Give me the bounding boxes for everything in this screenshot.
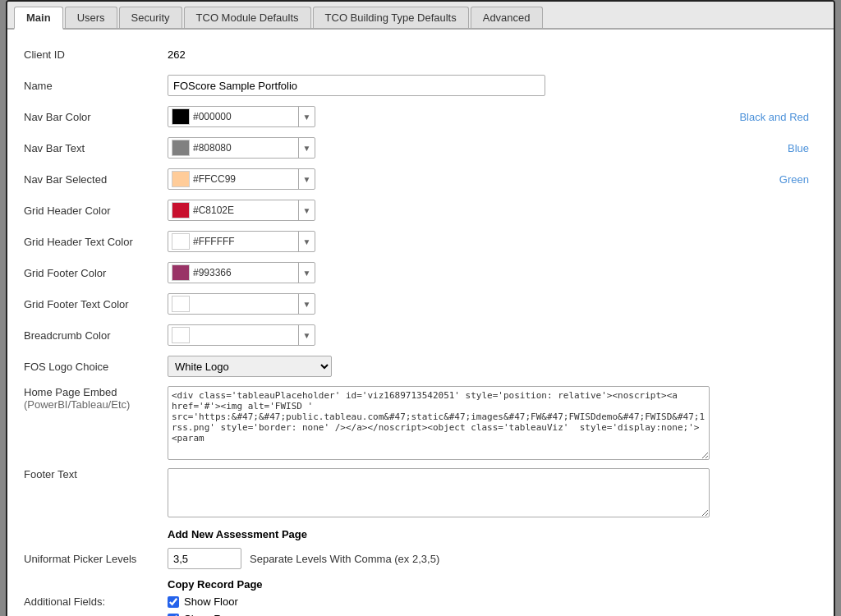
tab-users[interactable]: Users xyxy=(65,7,117,28)
additional-fields-control: Show Floor Show Room Show SqFt xyxy=(168,595,817,616)
uniformat-label: Uniformat Picker Levels xyxy=(24,553,168,565)
grid-footer-color-label: Grid Footer Color xyxy=(24,267,168,279)
nav-bar-text-text: #808080 xyxy=(193,142,298,154)
name-row: Name xyxy=(24,74,817,97)
grid-footer-color-arrow[interactable]: ▼ xyxy=(298,262,315,283)
footer-text-input[interactable] xyxy=(168,468,710,517)
name-label: Name xyxy=(24,80,168,92)
client-id-row: Client ID 262 xyxy=(24,43,817,66)
grid-header-color-select[interactable]: #C8102E ▼ xyxy=(168,200,315,221)
nav-bar-text-link[interactable]: Blue xyxy=(788,142,817,154)
grid-header-color-label: Grid Header Color xyxy=(24,205,168,217)
grid-header-text-control: #FFFFFF ▼ xyxy=(168,231,817,252)
nav-bar-color-arrow[interactable]: ▼ xyxy=(298,106,315,127)
grid-footer-text-row: Grid Footer Text Color ▼ xyxy=(24,292,817,315)
grid-header-text-label: Grid Header Text Color xyxy=(24,236,168,248)
breadcrumb-color-label: Breadcrumb Color xyxy=(24,329,168,342)
nav-bar-color-text: #000000 xyxy=(193,111,298,122)
footer-text-row: Footer Text xyxy=(24,468,817,520)
breadcrumb-color-arrow[interactable]: ▼ xyxy=(298,324,315,346)
tab-bar: Main Users Security TCO Module Defaults … xyxy=(7,2,834,30)
breadcrumb-color-control: ▼ xyxy=(168,324,817,346)
grid-footer-text-swatch xyxy=(172,296,190,312)
grid-header-text-swatch xyxy=(172,233,190,250)
nav-bar-selected-link[interactable]: Green xyxy=(779,173,817,186)
home-page-embed-input[interactable]: <div class='tableauPlaceholder' id='viz1… xyxy=(168,386,710,460)
copy-record-header: Copy Record Page xyxy=(168,578,817,591)
grid-header-text-row: Grid Header Text Color #FFFFFF ▼ xyxy=(24,230,817,253)
nav-bar-color-swatch xyxy=(172,108,190,125)
uniformat-input[interactable] xyxy=(168,548,241,569)
nav-bar-selected-swatch xyxy=(172,171,190,187)
uniformat-hint: Separate Levels With Comma (ex 2,3,5) xyxy=(250,553,439,565)
breadcrumb-color-select[interactable]: ▼ xyxy=(168,324,315,346)
tab-security[interactable]: Security xyxy=(119,7,182,28)
show-floor-label: Show Floor xyxy=(184,595,238,608)
nav-bar-color-row: Nav Bar Color #000000 ▼ Black and Red xyxy=(24,105,817,128)
grid-footer-text-select[interactable]: ▼ xyxy=(168,293,315,315)
fos-logo-select[interactable]: White Logo Black Logo Color Logo xyxy=(168,356,332,377)
home-page-embed-control: <div class='tableauPlaceholder' id='viz1… xyxy=(168,386,817,460)
nav-bar-selected-row: Nav Bar Selected #FFCC99 ▼ Green xyxy=(24,168,817,191)
grid-header-color-control: #C8102E ▼ xyxy=(168,200,817,221)
tab-main[interactable]: Main xyxy=(14,7,63,30)
grid-footer-color-control: #993366 ▼ xyxy=(168,262,817,283)
show-floor-checkbox[interactable] xyxy=(168,596,179,608)
home-page-embed-row: Home Page Embed (PowerBI/Tableau/Etc) <d… xyxy=(24,386,817,460)
nav-bar-selected-arrow[interactable]: ▼ xyxy=(298,168,315,190)
additional-fields-row: Additional Fields: Show Floor Show Room … xyxy=(24,595,817,616)
grid-header-color-row: Grid Header Color #C8102E ▼ xyxy=(24,199,817,222)
show-room-checkbox[interactable] xyxy=(168,614,179,617)
grid-footer-color-row: Grid Footer Color #993366 ▼ xyxy=(24,261,817,284)
nav-bar-selected-select[interactable]: #FFCC99 ▼ xyxy=(168,168,315,190)
breadcrumb-color-row: Breadcrumb Color ▼ xyxy=(24,324,817,347)
grid-footer-color-text: #993366 xyxy=(193,267,298,278)
nav-bar-selected-control: #FFCC99 ▼ xyxy=(168,168,779,190)
nav-bar-color-link[interactable]: Black and Red xyxy=(739,111,817,123)
nav-bar-text-control: #808080 ▼ xyxy=(168,137,788,159)
footer-text-label: Footer Text xyxy=(24,468,168,480)
fos-logo-row: FOS Logo Choice White Logo Black Logo Co… xyxy=(24,355,817,378)
grid-header-text-select[interactable]: #FFFFFF ▼ xyxy=(168,231,315,252)
client-id-value: 262 xyxy=(168,48,817,61)
nav-bar-text-label: Nav Bar Text xyxy=(24,142,168,154)
grid-footer-text-label: Grid Footer Text Color xyxy=(24,298,168,310)
grid-header-text-arrow[interactable]: ▼ xyxy=(298,231,315,252)
nav-bar-color-select[interactable]: #000000 ▼ xyxy=(168,106,315,127)
fos-logo-control: White Logo Black Logo Color Logo xyxy=(168,356,817,377)
client-id-label: Client ID xyxy=(24,48,168,61)
grid-header-color-text: #C8102E xyxy=(193,205,298,216)
grid-header-text-text: #FFFFFF xyxy=(193,236,298,247)
name-control xyxy=(168,75,817,96)
grid-footer-color-select[interactable]: #993366 ▼ xyxy=(168,262,315,283)
nav-bar-selected-text: #FFCC99 xyxy=(193,173,298,185)
nav-bar-selected-label: Nav Bar Selected xyxy=(24,173,168,186)
breadcrumb-color-swatch xyxy=(172,327,190,343)
grid-footer-text-arrow[interactable]: ▼ xyxy=(298,293,315,315)
nav-bar-color-label: Nav Bar Color xyxy=(24,111,168,123)
footer-text-control xyxy=(168,468,817,520)
grid-footer-color-swatch xyxy=(172,264,190,281)
show-room-row: Show Room xyxy=(168,613,817,616)
additional-fields-label: Additional Fields: xyxy=(24,595,168,608)
grid-header-color-swatch xyxy=(172,202,190,218)
tab-tco-module[interactable]: TCO Module Defaults xyxy=(184,7,311,28)
uniformat-row: Uniformat Picker Levels Separate Levels … xyxy=(24,547,817,570)
fos-logo-label: FOS Logo Choice xyxy=(24,361,168,373)
main-window: Main Users Security TCO Module Defaults … xyxy=(6,0,835,616)
nav-bar-text-row: Nav Bar Text #808080 ▼ Blue xyxy=(24,136,817,159)
show-floor-row: Show Floor xyxy=(168,595,817,608)
add-assessment-header: Add New Assessment Page xyxy=(168,528,817,540)
nav-bar-text-swatch xyxy=(172,140,190,156)
main-content: Client ID 262 Name Nav Bar Color #000000… xyxy=(7,30,834,616)
grid-header-color-arrow[interactable]: ▼ xyxy=(298,200,315,221)
nav-bar-color-control: #000000 ▼ xyxy=(168,106,739,127)
show-room-label: Show Room xyxy=(184,613,242,616)
grid-footer-text-control: ▼ xyxy=(168,293,817,315)
name-input[interactable] xyxy=(168,75,545,96)
tab-advanced[interactable]: Advanced xyxy=(471,7,543,28)
nav-bar-text-select[interactable]: #808080 ▼ xyxy=(168,137,315,159)
home-page-embed-label: Home Page Embed (PowerBI/Tableau/Etc) xyxy=(24,386,168,411)
tab-tco-building[interactable]: TCO Building Type Defaults xyxy=(313,7,469,28)
nav-bar-text-arrow[interactable]: ▼ xyxy=(298,137,315,159)
